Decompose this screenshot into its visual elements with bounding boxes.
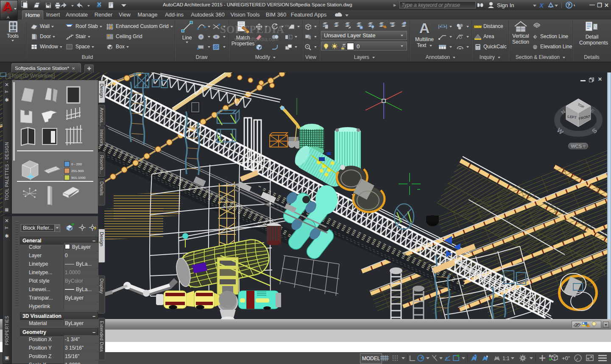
svg-text:?: ?: [567, 3, 570, 8]
svg-text:!: !: [588, 324, 589, 327]
svg-text:1:1: 1:1: [502, 356, 510, 361]
svg-text:Sign In: Sign In: [497, 2, 514, 8]
svg-text:0 - 200: 0 - 200: [71, 162, 82, 166]
svg-text:501-1000: 501-1000: [71, 176, 86, 180]
svg-text:X: X: [539, 2, 544, 9]
svg-text:+0": +0": [562, 355, 570, 361]
svg-text:201-500: 201-500: [71, 169, 84, 173]
svg-text:z: z: [549, 354, 551, 358]
